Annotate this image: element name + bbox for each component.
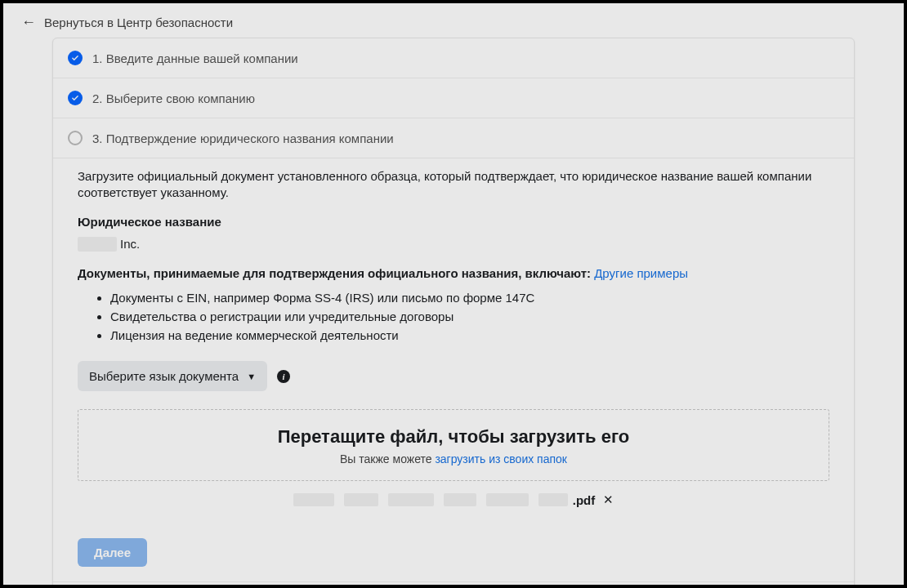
step-4-row[interactable]: 4. Подтвердите адрес вашей компании и но… — [53, 582, 854, 585]
redacted-block — [78, 237, 117, 252]
remove-file-button[interactable]: ✕ — [603, 492, 614, 507]
radio-icon — [68, 131, 83, 145]
back-header[interactable]: ← Вернуться в Центр безопасности — [3, 3, 904, 38]
legal-name-value: Inc. — [78, 237, 829, 252]
check-circle-icon — [68, 51, 83, 65]
step-1-row[interactable]: 1. Введите данные вашей компании — [53, 38, 854, 78]
info-icon[interactable]: i — [277, 370, 290, 383]
back-label: Вернуться в Центр безопасности — [44, 16, 233, 29]
accepted-docs-list: Документы с EIN, например Форма SS-4 (IR… — [78, 288, 829, 345]
legal-name-label: Юридическое название — [78, 215, 829, 229]
lang-select-label: Выберите язык документа — [89, 369, 239, 383]
redacted-filename — [293, 493, 568, 506]
step-3-row[interactable]: 3. Подтверждение юридического названия к… — [53, 118, 854, 158]
list-item: Свидетельства о регистрации или учредите… — [110, 307, 829, 326]
verification-panel: 1. Введите данные вашей компании 2. Выбе… — [52, 38, 855, 585]
check-circle-icon — [68, 91, 83, 105]
chevron-down-icon: ▼ — [247, 372, 256, 381]
step-1-label: 1. Введите данные вашей компании — [92, 51, 298, 65]
arrow-left-icon: ← — [21, 15, 36, 29]
more-examples-link[interactable]: Другие примеры — [594, 266, 688, 280]
dropzone-title: Перетащите файл, чтобы загрузить его — [87, 426, 820, 448]
next-button[interactable]: Далее — [78, 538, 147, 567]
uploaded-file-row: .pdf ✕ — [78, 492, 829, 507]
list-item: Документы с EIN, например Форма SS-4 (IR… — [110, 288, 829, 307]
step-2-label: 2. Выберите свою компанию — [92, 91, 255, 105]
legal-name-suffix: Inc. — [120, 237, 140, 251]
browse-files-link[interactable]: загрузить из своих папок — [435, 452, 567, 466]
file-ext: .pdf — [573, 493, 596, 507]
step-3-label: 3. Подтверждение юридического названия к… — [92, 131, 394, 145]
dropzone-subtitle: Вы также можете загрузить из своих папок — [87, 452, 820, 466]
step-2-row[interactable]: 2. Выберите свою компанию — [53, 78, 854, 118]
list-item: Лицензия на ведение коммерческой деятель… — [110, 326, 829, 345]
file-dropzone[interactable]: Перетащите файл, чтобы загрузить его Вы … — [78, 409, 829, 481]
accepted-docs-label: Документы, принимаемые для подтверждения… — [78, 266, 829, 280]
document-language-select[interactable]: Выберите язык документа ▼ — [78, 361, 267, 391]
instruction-text: Загрузите официальный документ установле… — [78, 168, 829, 202]
step-3-content: Загрузите официальный документ установле… — [53, 158, 854, 527]
